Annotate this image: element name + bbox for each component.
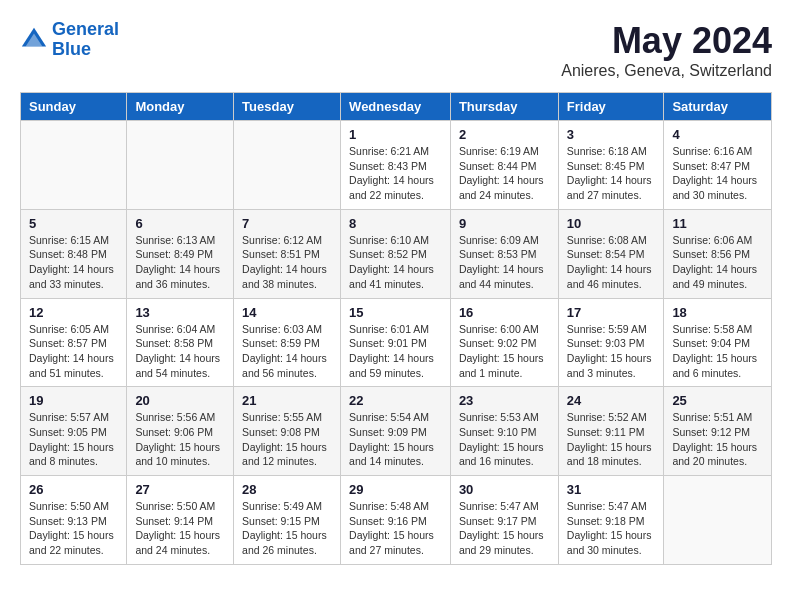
- calendar-cell-w1-d1: [127, 121, 234, 210]
- calendar-week-1: 1Sunrise: 6:21 AM Sunset: 8:43 PM Daylig…: [21, 121, 772, 210]
- calendar-cell-w3-d6: 18Sunrise: 5:58 AM Sunset: 9:04 PM Dayli…: [664, 298, 772, 387]
- calendar-cell-w4-d4: 23Sunrise: 5:53 AM Sunset: 9:10 PM Dayli…: [450, 387, 558, 476]
- title-block: May 2024 Anieres, Geneva, Switzerland: [561, 20, 772, 80]
- header-thursday: Thursday: [450, 93, 558, 121]
- day-info: Sunrise: 6:15 AM Sunset: 8:48 PM Dayligh…: [29, 233, 118, 292]
- calendar-cell-w2-d5: 10Sunrise: 6:08 AM Sunset: 8:54 PM Dayli…: [558, 209, 664, 298]
- calendar-cell-w1-d2: [234, 121, 341, 210]
- calendar-cell-w4-d6: 25Sunrise: 5:51 AM Sunset: 9:12 PM Dayli…: [664, 387, 772, 476]
- day-number: 22: [349, 393, 442, 408]
- day-info: Sunrise: 5:52 AM Sunset: 9:11 PM Dayligh…: [567, 410, 656, 469]
- day-number: 18: [672, 305, 763, 320]
- subtitle: Anieres, Geneva, Switzerland: [561, 62, 772, 80]
- header-wednesday: Wednesday: [341, 93, 451, 121]
- day-number: 20: [135, 393, 225, 408]
- day-info: Sunrise: 6:04 AM Sunset: 8:58 PM Dayligh…: [135, 322, 225, 381]
- day-number: 1: [349, 127, 442, 142]
- calendar-cell-w5-d5: 31Sunrise: 5:47 AM Sunset: 9:18 PM Dayli…: [558, 476, 664, 565]
- day-info: Sunrise: 6:10 AM Sunset: 8:52 PM Dayligh…: [349, 233, 442, 292]
- calendar-cell-w1-d0: [21, 121, 127, 210]
- calendar-cell-w3-d0: 12Sunrise: 6:05 AM Sunset: 8:57 PM Dayli…: [21, 298, 127, 387]
- day-info: Sunrise: 6:19 AM Sunset: 8:44 PM Dayligh…: [459, 144, 550, 203]
- day-number: 4: [672, 127, 763, 142]
- day-number: 5: [29, 216, 118, 231]
- day-info: Sunrise: 6:08 AM Sunset: 8:54 PM Dayligh…: [567, 233, 656, 292]
- calendar-cell-w2-d6: 11Sunrise: 6:06 AM Sunset: 8:56 PM Dayli…: [664, 209, 772, 298]
- day-number: 2: [459, 127, 550, 142]
- day-number: 19: [29, 393, 118, 408]
- day-info: Sunrise: 6:05 AM Sunset: 8:57 PM Dayligh…: [29, 322, 118, 381]
- calendar-cell-w2-d3: 8Sunrise: 6:10 AM Sunset: 8:52 PM Daylig…: [341, 209, 451, 298]
- day-info: Sunrise: 5:53 AM Sunset: 9:10 PM Dayligh…: [459, 410, 550, 469]
- day-number: 31: [567, 482, 656, 497]
- logo-text: General Blue: [52, 20, 119, 60]
- day-number: 12: [29, 305, 118, 320]
- day-number: 16: [459, 305, 550, 320]
- day-number: 23: [459, 393, 550, 408]
- calendar-cell-w2-d2: 7Sunrise: 6:12 AM Sunset: 8:51 PM Daylig…: [234, 209, 341, 298]
- calendar-cell-w1-d4: 2Sunrise: 6:19 AM Sunset: 8:44 PM Daylig…: [450, 121, 558, 210]
- calendar-week-5: 26Sunrise: 5:50 AM Sunset: 9:13 PM Dayli…: [21, 476, 772, 565]
- calendar-cell-w5-d0: 26Sunrise: 5:50 AM Sunset: 9:13 PM Dayli…: [21, 476, 127, 565]
- calendar-week-2: 5Sunrise: 6:15 AM Sunset: 8:48 PM Daylig…: [21, 209, 772, 298]
- calendar-cell-w4-d1: 20Sunrise: 5:56 AM Sunset: 9:06 PM Dayli…: [127, 387, 234, 476]
- day-info: Sunrise: 6:03 AM Sunset: 8:59 PM Dayligh…: [242, 322, 332, 381]
- calendar-cell-w3-d2: 14Sunrise: 6:03 AM Sunset: 8:59 PM Dayli…: [234, 298, 341, 387]
- day-number: 6: [135, 216, 225, 231]
- day-info: Sunrise: 5:49 AM Sunset: 9:15 PM Dayligh…: [242, 499, 332, 558]
- day-info: Sunrise: 5:47 AM Sunset: 9:18 PM Dayligh…: [567, 499, 656, 558]
- calendar-cell-w4-d3: 22Sunrise: 5:54 AM Sunset: 9:09 PM Dayli…: [341, 387, 451, 476]
- header-tuesday: Tuesday: [234, 93, 341, 121]
- calendar-cell-w1-d5: 3Sunrise: 6:18 AM Sunset: 8:45 PM Daylig…: [558, 121, 664, 210]
- calendar-cell-w5-d6: [664, 476, 772, 565]
- day-info: Sunrise: 6:00 AM Sunset: 9:02 PM Dayligh…: [459, 322, 550, 381]
- day-number: 7: [242, 216, 332, 231]
- day-number: 17: [567, 305, 656, 320]
- calendar-cell-w3-d4: 16Sunrise: 6:00 AM Sunset: 9:02 PM Dayli…: [450, 298, 558, 387]
- day-number: 13: [135, 305, 225, 320]
- day-info: Sunrise: 5:56 AM Sunset: 9:06 PM Dayligh…: [135, 410, 225, 469]
- calendar-table: Sunday Monday Tuesday Wednesday Thursday…: [20, 92, 772, 565]
- day-number: 24: [567, 393, 656, 408]
- day-info: Sunrise: 5:58 AM Sunset: 9:04 PM Dayligh…: [672, 322, 763, 381]
- logo: General Blue: [20, 20, 119, 60]
- day-number: 3: [567, 127, 656, 142]
- day-number: 8: [349, 216, 442, 231]
- day-info: Sunrise: 5:50 AM Sunset: 9:14 PM Dayligh…: [135, 499, 225, 558]
- day-info: Sunrise: 6:01 AM Sunset: 9:01 PM Dayligh…: [349, 322, 442, 381]
- header-sunday: Sunday: [21, 93, 127, 121]
- day-info: Sunrise: 5:59 AM Sunset: 9:03 PM Dayligh…: [567, 322, 656, 381]
- logo-icon: [20, 26, 48, 54]
- day-info: Sunrise: 5:50 AM Sunset: 9:13 PM Dayligh…: [29, 499, 118, 558]
- day-info: Sunrise: 5:54 AM Sunset: 9:09 PM Dayligh…: [349, 410, 442, 469]
- day-number: 28: [242, 482, 332, 497]
- day-info: Sunrise: 5:48 AM Sunset: 9:16 PM Dayligh…: [349, 499, 442, 558]
- day-info: Sunrise: 5:55 AM Sunset: 9:08 PM Dayligh…: [242, 410, 332, 469]
- day-number: 29: [349, 482, 442, 497]
- calendar-cell-w1-d6: 4Sunrise: 6:16 AM Sunset: 8:47 PM Daylig…: [664, 121, 772, 210]
- day-number: 9: [459, 216, 550, 231]
- calendar-cell-w5-d1: 27Sunrise: 5:50 AM Sunset: 9:14 PM Dayli…: [127, 476, 234, 565]
- calendar-cell-w5-d4: 30Sunrise: 5:47 AM Sunset: 9:17 PM Dayli…: [450, 476, 558, 565]
- day-number: 25: [672, 393, 763, 408]
- day-info: Sunrise: 5:47 AM Sunset: 9:17 PM Dayligh…: [459, 499, 550, 558]
- day-info: Sunrise: 6:12 AM Sunset: 8:51 PM Dayligh…: [242, 233, 332, 292]
- day-info: Sunrise: 5:57 AM Sunset: 9:05 PM Dayligh…: [29, 410, 118, 469]
- calendar-cell-w5-d3: 29Sunrise: 5:48 AM Sunset: 9:16 PM Dayli…: [341, 476, 451, 565]
- day-number: 11: [672, 216, 763, 231]
- day-info: Sunrise: 6:06 AM Sunset: 8:56 PM Dayligh…: [672, 233, 763, 292]
- calendar-week-3: 12Sunrise: 6:05 AM Sunset: 8:57 PM Dayli…: [21, 298, 772, 387]
- calendar-cell-w1-d3: 1Sunrise: 6:21 AM Sunset: 8:43 PM Daylig…: [341, 121, 451, 210]
- main-title: May 2024: [561, 20, 772, 62]
- calendar-cell-w3-d1: 13Sunrise: 6:04 AM Sunset: 8:58 PM Dayli…: [127, 298, 234, 387]
- calendar-cell-w4-d2: 21Sunrise: 5:55 AM Sunset: 9:08 PM Dayli…: [234, 387, 341, 476]
- day-info: Sunrise: 6:21 AM Sunset: 8:43 PM Dayligh…: [349, 144, 442, 203]
- day-number: 21: [242, 393, 332, 408]
- day-number: 15: [349, 305, 442, 320]
- calendar-cell-w3-d5: 17Sunrise: 5:59 AM Sunset: 9:03 PM Dayli…: [558, 298, 664, 387]
- calendar-header-row: Sunday Monday Tuesday Wednesday Thursday…: [21, 93, 772, 121]
- day-info: Sunrise: 6:18 AM Sunset: 8:45 PM Dayligh…: [567, 144, 656, 203]
- day-number: 14: [242, 305, 332, 320]
- day-number: 30: [459, 482, 550, 497]
- calendar-cell-w2-d0: 5Sunrise: 6:15 AM Sunset: 8:48 PM Daylig…: [21, 209, 127, 298]
